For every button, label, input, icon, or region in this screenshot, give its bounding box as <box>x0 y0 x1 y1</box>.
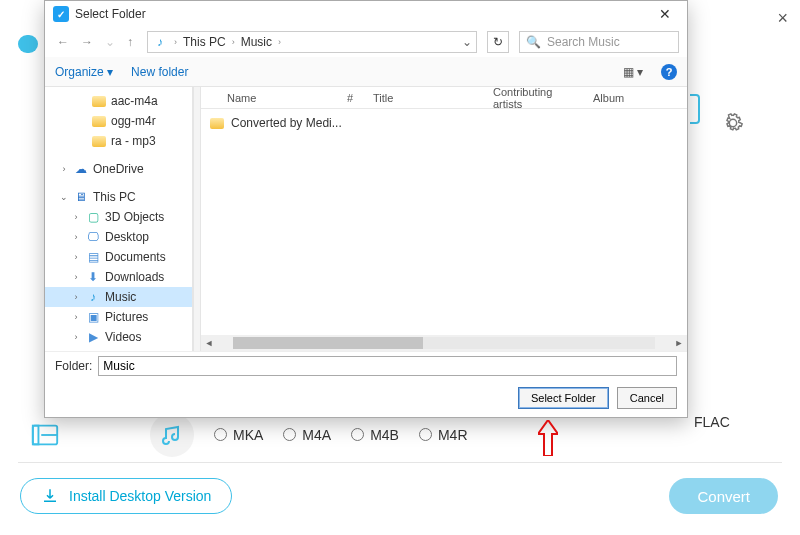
refresh-button[interactable]: ↻ <box>487 31 509 53</box>
nav-recent-icon[interactable]: ⌄ <box>101 35 119 49</box>
video-format-icon[interactable] <box>30 420 60 450</box>
radio-m4r[interactable]: M4R <box>419 427 468 443</box>
tree-item-desktop[interactable]: ›🖵Desktop <box>45 227 192 247</box>
select-folder-button[interactable]: Select Folder <box>518 387 609 409</box>
install-desktop-button[interactable]: Install Desktop Version <box>20 478 232 514</box>
col-artists[interactable]: Contributing artists <box>485 86 585 110</box>
music-folder-icon: ♪ <box>152 34 168 50</box>
nav-up-button[interactable]: ↑ <box>123 35 137 49</box>
col-name[interactable]: Name <box>219 92 339 104</box>
horizontal-scrollbar[interactable]: ◄ ► <box>201 335 687 351</box>
tree-item-downloads[interactable]: ›⬇Downloads <box>45 267 192 287</box>
help-icon[interactable]: ? <box>661 64 677 80</box>
scroll-thumb[interactable] <box>233 337 423 349</box>
breadcrumb-dropdown-icon[interactable]: ⌄ <box>462 35 472 49</box>
download-icon <box>41 487 59 505</box>
svg-rect-1 <box>33 425 39 444</box>
settings-gear-icon[interactable] <box>722 112 744 134</box>
scroll-left-icon[interactable]: ◄ <box>201 335 217 351</box>
convert-button[interactable]: Convert <box>669 478 778 514</box>
tree-item-pictures[interactable]: ›▣Pictures <box>45 307 192 327</box>
format-row: MKA M4A M4B M4R <box>30 412 790 457</box>
tree-item-aac-m4a[interactable]: aac-m4a <box>45 91 192 111</box>
breadcrumb[interactable]: ♪ › This PC › Music › ⌄ <box>147 31 477 53</box>
dialog-app-icon: ✓ <box>53 6 69 22</box>
app-close-icon[interactable]: × <box>777 8 788 29</box>
folder-name-input[interactable] <box>98 356 677 376</box>
flac-label: FLAC <box>694 414 730 430</box>
nav-row: ← → ⌄ ↑ ♪ › This PC › Music › ⌄ ↻ 🔍 Sear… <box>45 27 687 57</box>
app-accent-edge <box>690 94 700 124</box>
search-input[interactable]: 🔍 Search Music <box>519 31 679 53</box>
file-list: Name # Title Contributing artists Album … <box>201 87 687 351</box>
radio-m4a[interactable]: M4A <box>283 427 331 443</box>
tree-item-onedrive[interactable]: ›☁OneDrive <box>45 159 192 179</box>
nav-forward-button[interactable]: → <box>77 35 97 49</box>
dialog-close-icon[interactable]: ✕ <box>651 6 679 22</box>
tree-item-ra-mp3[interactable]: ra - mp3 <box>45 131 192 151</box>
radio-mka[interactable]: MKA <box>214 427 263 443</box>
tree-item-music[interactable]: ›♪Music <box>45 287 192 307</box>
select-folder-dialog: ✓ Select Folder ✕ ← → ⌄ ↑ ♪ › This PC › … <box>44 0 688 418</box>
organize-menu[interactable]: Organize ▾ <box>55 65 113 79</box>
dialog-title: Select Folder <box>75 7 146 21</box>
new-folder-button[interactable]: New folder <box>131 65 188 79</box>
nav-back-button[interactable]: ← <box>53 35 73 49</box>
search-icon: 🔍 <box>526 35 541 49</box>
tree-item-3d-objects[interactable]: ›▢3D Objects <box>45 207 192 227</box>
folder-name-row: Folder: <box>45 351 687 379</box>
crumb-thispc[interactable]: This PC <box>183 35 226 49</box>
radio-m4b[interactable]: M4B <box>351 427 399 443</box>
cancel-button[interactable]: Cancel <box>617 387 677 409</box>
tree-item-videos[interactable]: ›▶Videos <box>45 327 192 347</box>
folder-tree[interactable]: aac-m4aogg-m4rra - mp3›☁OneDrive⌄🖥This P… <box>45 87 193 351</box>
folder-icon <box>210 118 224 129</box>
tree-item-documents[interactable]: ›▤Documents <box>45 247 192 267</box>
col-num[interactable]: # <box>339 92 365 104</box>
app-logo <box>18 35 38 53</box>
col-album[interactable]: Album <box>585 92 687 104</box>
list-item[interactable]: Converted by Medi... <box>209 113 679 133</box>
annotation-arrow-icon <box>538 420 558 456</box>
tree-item-this-pc[interactable]: ⌄🖥This PC <box>45 187 192 207</box>
scroll-right-icon[interactable]: ► <box>671 335 687 351</box>
divider <box>18 462 782 463</box>
tree-item-ogg-m4r[interactable]: ogg-m4r <box>45 111 192 131</box>
splitter[interactable] <box>193 87 201 351</box>
audio-format-icon[interactable] <box>150 413 194 457</box>
col-title[interactable]: Title <box>365 92 485 104</box>
view-mode-button[interactable]: ▦ ▾ <box>623 65 643 79</box>
dialog-toolbar: Organize ▾ New folder ▦ ▾ ? <box>45 57 687 87</box>
crumb-music[interactable]: Music <box>241 35 272 49</box>
list-header[interactable]: Name # Title Contributing artists Album <box>201 87 687 109</box>
folder-name-label: Folder: <box>55 359 92 373</box>
dialog-titlebar: ✓ Select Folder ✕ <box>45 1 687 27</box>
